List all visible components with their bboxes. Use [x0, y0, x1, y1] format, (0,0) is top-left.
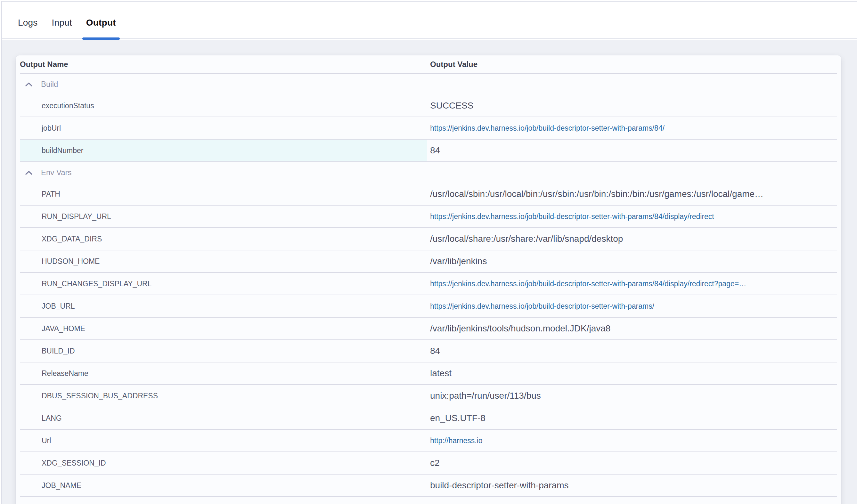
output-name: DBUS_SESSION_BUS_ADDRESS: [20, 392, 158, 400]
active-tab-underline: [82, 37, 120, 40]
table-row-run-display-url: RUN_DISPLAY_URL https://jenkins.dev.harn…: [20, 205, 837, 228]
table-row-job-name: JOB_NAME build-descriptor-setter-with-pa…: [20, 474, 837, 497]
output-value-link[interactable]: http://harness.io: [430, 436, 483, 445]
tab-output-label: Output: [86, 18, 116, 28]
output-name: executionStatus: [20, 101, 94, 110]
table-row-job-url-camel: jobUrl https://jenkins.dev.harness.io/jo…: [20, 117, 837, 140]
output-name: BUILD_ID: [20, 347, 75, 355]
output-name: JAVA_HOME: [20, 324, 85, 333]
section-label: Env Vars: [41, 168, 72, 177]
table-row-run-changes-display-url: RUN_CHANGES_DISPLAY_URL https://jenkins.…: [20, 273, 837, 295]
table-row-build-id: BUILD_ID 84: [20, 340, 837, 363]
output-name: XDG_SESSION_ID: [20, 459, 106, 468]
output-value: 84: [430, 145, 440, 156]
tab-output[interactable]: Output: [79, 7, 123, 38]
output-name: LANG: [20, 414, 62, 423]
output-name: RUN_DISPLAY_URL: [20, 212, 111, 221]
table-row-xdg-session-id: XDG_SESSION_ID c2: [20, 452, 837, 474]
output-value: unix:path=/run/user/113/bus: [430, 391, 541, 401]
column-header-output-value: Output Value: [427, 60, 837, 69]
output-value-link[interactable]: https://jenkins.dev.harness.io/job/build…: [430, 124, 665, 133]
output-name: ReleaseName: [20, 369, 88, 378]
output-table-card: Output Name Output Value Build execution…: [16, 55, 841, 504]
output-name: RUN_CHANGES_DISPLAY_URL: [20, 280, 151, 288]
tab-input[interactable]: Input: [45, 7, 79, 38]
section-label: Build: [41, 80, 58, 89]
output-value: /usr/local/share:/usr/share:/var/lib/sna…: [430, 234, 623, 244]
table-row-build-number: buildNumber 84: [20, 140, 837, 162]
section-row-build[interactable]: Build: [20, 74, 837, 95]
tab-logs[interactable]: Logs: [11, 7, 45, 38]
output-value: 84: [430, 346, 440, 356]
table-row-url: Url http://harness.io: [20, 430, 837, 452]
output-name: PATH: [20, 190, 60, 199]
table-row-job-url: JOB_URL https://jenkins.dev.harness.io/j…: [20, 295, 837, 318]
output-value: build-descriptor-setter-with-params: [430, 480, 569, 490]
output-name: JOB_URL: [20, 302, 75, 310]
tab-bar: Logs Input Output: [2, 2, 857, 39]
output-value: c2: [430, 458, 440, 468]
output-value: /var/lib/jenkins/tools/hudson.model.JDK/…: [430, 323, 610, 334]
column-header-output-name: Output Name: [20, 60, 427, 69]
output-name: HUDSON_HOME: [20, 257, 100, 266]
output-panel: Output Name Output Value Build execution…: [2, 40, 857, 504]
table-row-xdg-data-dirs: XDG_DATA_DIRS /usr/local/share:/usr/shar…: [20, 228, 837, 250]
table-header-row: Output Name Output Value: [20, 55, 837, 74]
chevron-up-icon[interactable]: [25, 170, 33, 175]
output-value-link[interactable]: https://jenkins.dev.harness.io/job/build…: [430, 280, 746, 288]
table-row-lang: LANG en_US.UTF-8: [20, 407, 837, 430]
tab-logs-label: Logs: [18, 18, 38, 28]
output-value: SUCCESS: [430, 101, 473, 111]
highlighted-name-cell: buildNumber: [20, 140, 427, 162]
chevron-up-icon[interactable]: [25, 82, 33, 87]
tab-input-label: Input: [52, 18, 72, 28]
output-value-link[interactable]: https://jenkins.dev.harness.io/job/build…: [430, 212, 714, 221]
table-row-path: PATH /usr/local/sbin:/usr/local/bin:/usr…: [20, 183, 837, 205]
output-name: jobUrl: [20, 124, 61, 133]
output-name: XDG_DATA_DIRS: [20, 235, 102, 243]
table-row-hudson-home: HUDSON_HOME /var/lib/jenkins: [20, 250, 837, 273]
output-value: en_US.UTF-8: [430, 413, 486, 423]
table-row-java-home: JAVA_HOME /var/lib/jenkins/tools/hudson.…: [20, 318, 837, 340]
output-value-link[interactable]: https://jenkins.dev.harness.io/job/build…: [430, 302, 654, 310]
table-row-dbus-session-bus-address: DBUS_SESSION_BUS_ADDRESS unix:path=/run/…: [20, 385, 837, 407]
output-name: JOB_NAME: [20, 481, 81, 490]
section-row-env-vars[interactable]: Env Vars: [20, 162, 837, 183]
table-row-execution-status: executionStatus SUCCESS: [20, 95, 837, 117]
output-value: /usr/local/sbin:/usr/local/bin:/usr/sbin…: [430, 189, 763, 199]
output-value: latest: [430, 368, 452, 379]
output-value: /var/lib/jenkins: [430, 256, 487, 266]
output-name: buildNumber: [20, 146, 83, 155]
output-name: Url: [20, 436, 51, 445]
pane-left-border: [1, 1, 2, 504]
table-row-release-name: ReleaseName latest: [20, 363, 837, 385]
